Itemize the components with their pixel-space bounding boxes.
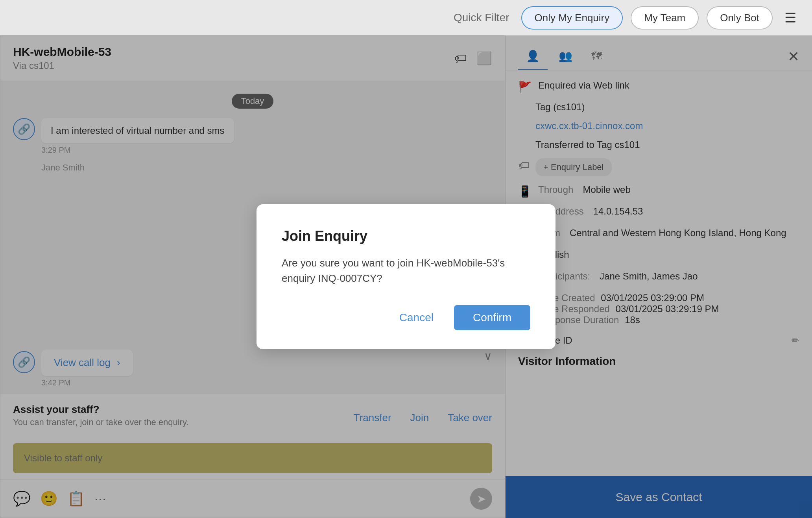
modal-title: Join Enquiry (282, 228, 530, 244)
confirm-button[interactable]: Confirm (454, 305, 530, 330)
join-enquiry-modal: Join Enquiry Are you sure you want to jo… (257, 204, 555, 349)
top-bar: Quick Filter Only My Enquiry My Team Onl… (0, 0, 812, 35)
filter-icon[interactable]: ☰ (784, 10, 796, 26)
filter-my-team-btn[interactable]: My Team (631, 6, 699, 30)
modal-actions: Cancel Confirm (282, 305, 530, 330)
filter-only-my-enquiry-btn[interactable]: Only My Enquiry (521, 6, 623, 30)
filter-only-bot-btn[interactable]: Only Bot (707, 6, 773, 30)
quick-filter-label: Quick Filter (454, 11, 509, 24)
modal-overlay: Join Enquiry Are you sure you want to jo… (0, 35, 812, 518)
modal-body: Are you sure you want to join HK-webMobi… (282, 255, 530, 286)
cancel-button[interactable]: Cancel (388, 305, 445, 330)
